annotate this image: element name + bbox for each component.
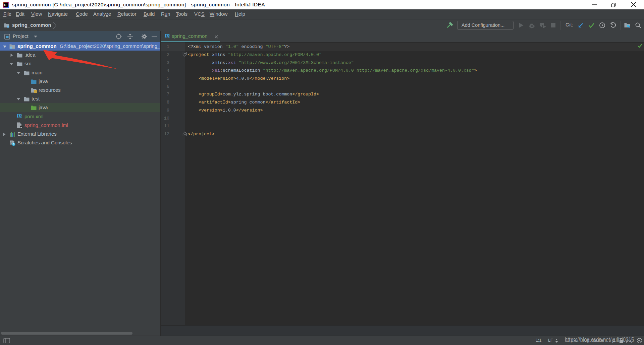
svg-text:IJ: IJ [4, 3, 6, 7]
